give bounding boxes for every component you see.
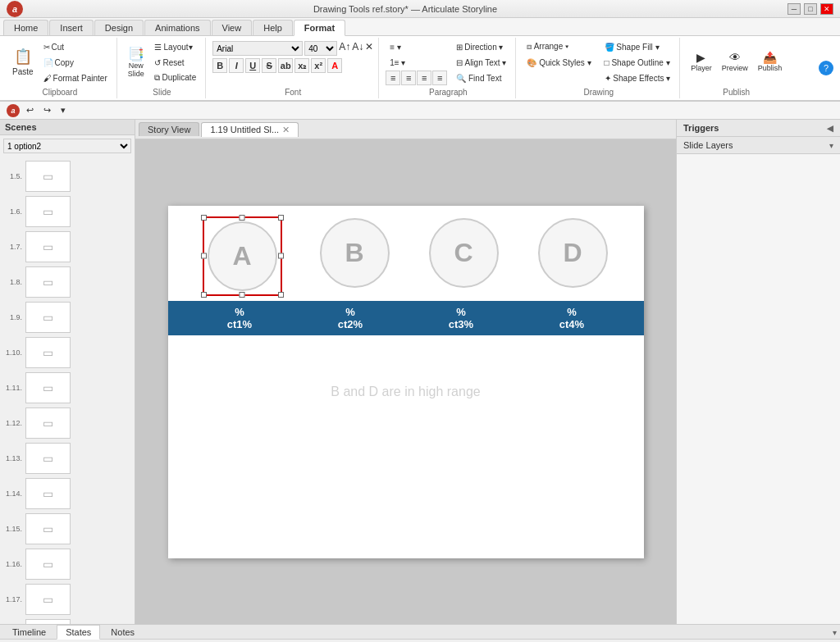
tab-insert[interactable]: Insert — [49, 20, 94, 35]
undo-button[interactable]: ↩ — [23, 103, 37, 117]
bottom-collapse-button[interactable]: ▾ — [833, 626, 837, 638]
slide-thumb-1_10[interactable]: 1.10. ▭ — [3, 336, 131, 369]
slide-thumb-1_14[interactable]: 1.14. ▭ — [3, 477, 131, 510]
slide-layers-header: Slide Layers ▾ — [677, 137, 840, 154]
slide-thumb-1_7[interactable]: 1.7. ▭ — [3, 230, 131, 263]
paste-button[interactable]: 📋 Paste — [8, 39, 38, 84]
format-painter-button[interactable]: 🖌 Format Painter — [39, 71, 112, 85]
tab-help[interactable]: Help — [253, 20, 293, 35]
layout-button[interactable]: ☰ Layout▾ — [150, 39, 200, 54]
bold-button[interactable]: B — [212, 58, 227, 73]
redo-button[interactable]: ↪ — [40, 103, 54, 117]
slide-thumb-1_13[interactable]: 1.13. ▭ — [3, 442, 131, 475]
slide-thumb-1_17[interactable]: 1.17. ▭ — [3, 583, 131, 616]
quick-styles-button[interactable]: 🎨 Quick Styles ▾ — [523, 55, 595, 70]
preview-button[interactable]: 👁 Preview — [718, 39, 752, 84]
cut-button[interactable]: ✂ Cut — [39, 39, 112, 54]
italic-button[interactable]: I — [229, 58, 244, 73]
shape-effects-button[interactable]: ✦ Shape Effects ▾ — [600, 71, 675, 85]
tab-animations[interactable]: Animations — [144, 20, 210, 35]
align-right-button[interactable]: ≡ — [417, 71, 431, 85]
text-direction-button[interactable]: ⊞ Direction ▾ — [452, 39, 510, 54]
slide-layers-collapse-button[interactable]: ▾ — [829, 141, 833, 150]
handle-ml[interactable] — [201, 253, 207, 259]
duplicate-button[interactable]: ⧉ Duplicate — [150, 71, 200, 85]
player-button[interactable]: ▶ Player — [687, 39, 716, 84]
clear-format-button[interactable]: ✕ — [365, 41, 373, 56]
bullets-button[interactable]: ≡ ▾ — [386, 39, 447, 54]
notes-tab[interactable]: Notes — [102, 625, 144, 639]
numbering-button[interactable]: 1≡ ▾ — [386, 55, 447, 70]
tab-view[interactable]: View — [212, 20, 253, 35]
slide-thumb-1_6[interactable]: 1.6. ▭ — [3, 195, 131, 228]
handle-tl[interactable] — [201, 215, 207, 221]
close-button[interactable]: ✕ — [820, 3, 833, 15]
copy-button[interactable]: 📄 Copy — [39, 55, 112, 70]
handle-br[interactable] — [278, 292, 284, 298]
slide-preview-1_14: ▭ — [25, 478, 71, 509]
reset-button[interactable]: ↺ Reset — [150, 55, 200, 70]
slide-thumb-1_8[interactable]: 1.8. ▭ — [3, 266, 131, 298]
drawing-small: ⧈ Arrange ▾ 🎨 Quick Styles ▾ — [523, 39, 595, 70]
tab-home[interactable]: Home — [3, 20, 48, 35]
new-slide-button[interactable]: 📑 New Slide — [124, 39, 148, 84]
menu-button[interactable]: ▾ — [57, 103, 69, 117]
timeline-tab[interactable]: Timeline — [3, 625, 55, 639]
slide-preview-1_8: ▭ — [25, 266, 71, 298]
strikethrough-button[interactable]: S — [262, 58, 276, 73]
shape-outline-button[interactable]: □ Shape Outline ▾ — [600, 55, 675, 70]
handle-bc[interactable] — [240, 292, 245, 298]
slide-thumb-1_18[interactable]: 1.18. ▭ — [3, 618, 131, 624]
align-center-button[interactable]: ≡ — [401, 71, 416, 85]
increase-font-button[interactable]: A↑ — [339, 41, 350, 56]
slide-thumb-1_9[interactable]: 1.9. ▭ — [3, 301, 131, 334]
format-row: B I U S ab x₂ x² A — [212, 58, 373, 73]
states-tab[interactable]: States — [57, 625, 100, 640]
font-size-select[interactable]: 40 — [304, 41, 337, 56]
slide-tab[interactable]: 1.19 Untitled Sl... ✕ — [201, 122, 299, 137]
justify-button[interactable]: ≡ — [432, 71, 447, 85]
align-left-button[interactable]: ≡ — [386, 71, 400, 85]
font-family-select[interactable]: Arial — [212, 41, 303, 56]
pct-cell-2: % ct2% — [301, 306, 399, 330]
story-view-tab[interactable]: Story View — [139, 122, 199, 136]
handle-mr[interactable] — [278, 253, 284, 259]
close-tab-button[interactable]: ✕ — [282, 125, 290, 135]
subscript-button[interactable]: x₂ — [294, 58, 309, 73]
decrease-font-button[interactable]: A↓ — [352, 41, 363, 56]
scene-select[interactable]: 1 option2 — [3, 139, 131, 153]
minimize-button[interactable]: ─ — [788, 3, 801, 15]
help-button[interactable]: ? — [819, 61, 833, 75]
slide-thumb-1_5[interactable]: 1.5. ▭ — [3, 160, 131, 193]
option-circle-b[interactable]: B — [320, 218, 390, 288]
handle-tr[interactable] — [278, 215, 284, 221]
handle-tc[interactable] — [240, 215, 245, 221]
slide-thumb-1_12[interactable]: 1.12. ▭ — [3, 407, 131, 439]
superscript-button[interactable]: x² — [311, 58, 326, 73]
underline-button[interactable]: U — [245, 58, 260, 73]
font-row1: Arial 40 A↑ A↓ ✕ — [212, 41, 373, 56]
ribbon-group-paragraph: ≡ ▾ 1≡ ▾ ≡ ≡ ≡ ≡ ⊞ Direction ▾ ⊟ Align T… — [381, 38, 516, 98]
tab-design[interactable]: Design — [94, 20, 144, 35]
handle-bl[interactable] — [201, 292, 207, 298]
ribbon: 📋 Paste ✂ Cut 📄 Copy 🖌 Format Painter Cl… — [0, 36, 840, 102]
tab-format[interactable]: Format — [294, 20, 345, 36]
slide-thumb-1_16[interactable]: 1.16. ▭ — [3, 548, 131, 581]
option-circle-c[interactable]: C — [429, 218, 499, 288]
ribbon-group-drawing: ⧈ Arrange ▾ 🎨 Quick Styles ▾ 🪣 Shape Fil… — [518, 38, 680, 98]
shadow-button[interactable]: ab — [278, 58, 293, 73]
option-circle-d[interactable]: D — [538, 218, 608, 288]
triggers-collapse-button[interactable]: ◀ — [827, 124, 833, 133]
slide-thumb-1_15[interactable]: 1.15. ▭ — [3, 512, 131, 545]
find-replace-button[interactable]: 🔍 Find Text — [452, 71, 510, 85]
publish-button[interactable]: 📤 Publish — [754, 39, 787, 84]
shape-fill-button[interactable]: 🪣 Shape Fill ▾ — [600, 39, 675, 54]
restore-button[interactable]: □ — [804, 3, 817, 15]
pct-2: % — [301, 306, 399, 318]
paragraph-label: Paragraph — [386, 86, 510, 97]
slide-layers-content — [677, 154, 840, 624]
font-color-button[interactable]: A — [327, 58, 342, 73]
align-text-button[interactable]: ⊟ Align Text ▾ — [452, 55, 510, 70]
arrange-button[interactable]: ⧈ Arrange ▾ — [523, 39, 595, 54]
slide-thumb-1_11[interactable]: 1.11. ▭ — [3, 371, 131, 404]
